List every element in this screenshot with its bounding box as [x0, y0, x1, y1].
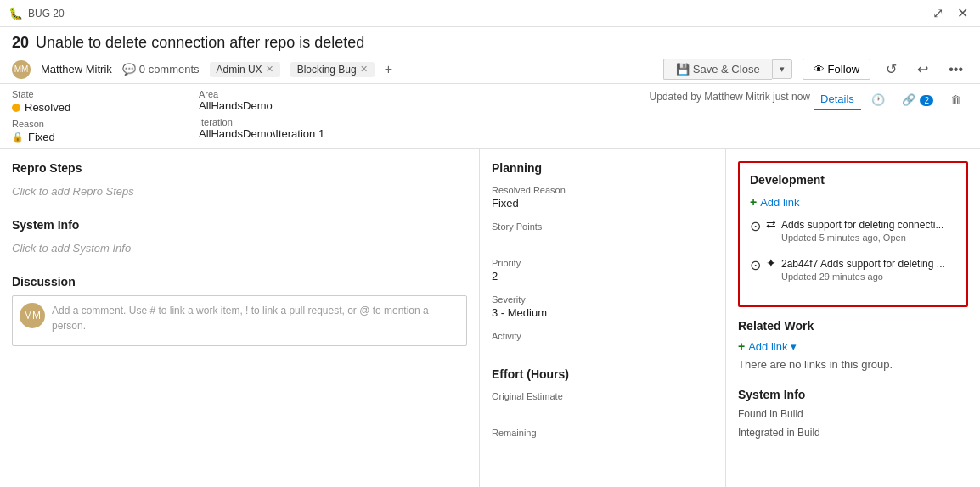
plus-icon: + — [750, 195, 757, 209]
development-title: Development — [750, 173, 956, 187]
dev-item-1-title[interactable]: 2ab44f7 Adds support for deleting ... — [781, 256, 945, 271]
resolved-reason-label: Resolved Reason — [492, 185, 713, 195]
header-bug-number: 20 — [12, 34, 29, 52]
severity-label: Severity — [492, 294, 713, 305]
discussion-title: Discussion — [12, 275, 467, 288]
priority-field: Priority 2 — [492, 258, 713, 283]
reason-value-row[interactable]: 🔒 Fixed — [12, 131, 165, 143]
lock-icon: 🔒 — [12, 132, 24, 143]
story-points-value[interactable] — [492, 233, 713, 246]
discussion-section: Discussion MM Add a comment. Use # to li… — [12, 275, 467, 346]
discussion-input-area[interactable]: MM Add a comment. Use # to link a work i… — [12, 295, 467, 346]
tab-details[interactable]: Details — [814, 89, 861, 110]
original-estimate-label: Original Estimate — [492, 391, 713, 401]
resolved-reason-value[interactable]: Fixed — [492, 197, 713, 210]
tab-links[interactable]: 🔗 2 — [895, 90, 940, 109]
activity-field: Activity — [492, 331, 713, 355]
right-system-info-section: System Info Found in Build Integrated in… — [738, 388, 968, 439]
tab-history[interactable]: 🕐 — [865, 90, 892, 109]
expand-button[interactable]: ⤢ — [929, 3, 947, 23]
save-close-label: Save & Close — [693, 63, 760, 76]
dropdown-chevron: ▾ — [791, 340, 797, 353]
dev-item-commit-icon: ✦ — [766, 256, 776, 270]
development-section: Development + Add link ⊙ ⇄ Adds support … — [738, 161, 968, 307]
activity-label: Activity — [492, 331, 713, 341]
comment-icon: 💬 — [122, 63, 136, 76]
dev-add-link-button[interactable]: + Add link — [750, 195, 799, 209]
mid-panel: Planning Resolved Reason Fixed Story Poi… — [480, 149, 726, 487]
integrated-in-build-field: Integrated in Build — [738, 427, 968, 439]
system-info-placeholder[interactable]: Click to add System Info — [12, 238, 467, 258]
tab-delete[interactable]: 🗑 — [943, 90, 968, 109]
dev-item-0-subtitle: Updated 5 minutes ago, Open — [781, 232, 943, 243]
header-title-text: Unable to delete connection after repo i… — [36, 34, 364, 52]
bug-icon: 🐛 — [8, 7, 23, 20]
state-label: State — [12, 89, 165, 99]
priority-value[interactable]: 2 — [492, 270, 713, 283]
effort-title: Effort (Hours) — [492, 367, 713, 381]
repro-steps-placeholder[interactable]: Click to add Repro Steps — [12, 182, 467, 201]
remaining-value[interactable] — [492, 439, 713, 452]
activity-value[interactable] — [492, 343, 713, 355]
area-value[interactable]: AllHandsDemo — [199, 99, 324, 112]
title-bar-label: BUG 20 — [28, 8, 65, 20]
dev-item-1-subtitle: Updated 29 minutes ago — [781, 271, 945, 282]
save-close-button[interactable]: 💾 Save & Close — [663, 59, 771, 80]
priority-label: Priority — [492, 258, 713, 268]
dev-item-1: ⊙ ✦ 2ab44f7 Adds support for deleting ..… — [750, 256, 956, 287]
original-estimate-value[interactable] — [492, 403, 713, 416]
updated-text: Updated by Matthew Mitrik just now — [650, 91, 810, 103]
area-label: Area — [199, 89, 324, 99]
follow-icon: 👁 — [814, 63, 825, 76]
planning-title: Planning — [492, 161, 713, 175]
iteration-label: Iteration — [199, 117, 324, 127]
resolved-reason-field: Resolved Reason Fixed — [492, 185, 713, 210]
save-close-group: 💾 Save & Close ▾ — [663, 59, 791, 80]
related-add-link-button[interactable]: + Add link ▾ — [738, 339, 797, 353]
title-bar-left: 🐛 BUG 20 — [8, 7, 65, 20]
state-value: Resolved — [25, 101, 70, 114]
remove-admin-ux[interactable]: ✕ — [266, 64, 273, 75]
refresh-button[interactable]: ↺ — [881, 59, 902, 79]
comments-button[interactable]: 💬 0 comments — [122, 63, 200, 76]
state-bar: State Resolved Reason 🔒 Fixed Area AllHa… — [0, 84, 980, 149]
found-in-build-label: Found in Build — [738, 408, 968, 420]
left-panel: Repro Steps Click to add Repro Steps Sys… — [0, 149, 480, 487]
remove-blocking-bug[interactable]: ✕ — [360, 64, 368, 75]
dev-add-link-label: Add link — [760, 196, 799, 209]
iteration-value[interactable]: AllHandsDemo\Iteration 1 — [199, 127, 324, 140]
repro-steps-title: Repro Steps — [12, 161, 467, 175]
story-points-field: Story Points — [492, 221, 713, 246]
severity-field: Severity 3 - Medium — [492, 294, 713, 319]
state-value-row[interactable]: Resolved — [12, 101, 165, 114]
system-info-title: System Info — [12, 218, 467, 232]
tag-blocking-bug: Blocking Bug ✕ — [290, 62, 375, 77]
original-estimate-field: Original Estimate — [492, 391, 713, 416]
system-info-section: System Info Click to add System Info — [12, 218, 467, 258]
related-add-link-label: Add link — [748, 340, 787, 353]
follow-label: Follow — [828, 63, 860, 76]
header-meta: MM Matthew Mitrik 💬 0 comments Admin UX … — [12, 59, 968, 80]
tag-admin-ux: Admin UX ✕ — [210, 62, 280, 77]
main-content: Repro Steps Click to add Repro Steps Sys… — [0, 149, 980, 487]
follow-button[interactable]: 👁 Follow — [803, 59, 871, 80]
more-button[interactable]: ••• — [943, 60, 968, 79]
close-button[interactable]: ✕ — [954, 3, 972, 23]
severity-value[interactable]: 3 - Medium — [492, 306, 713, 319]
reason-label: Reason — [12, 119, 165, 129]
repro-steps-section: Repro Steps Click to add Repro Steps — [12, 161, 467, 201]
related-work-section: Related Work + Add link ▾ There are no l… — [738, 319, 968, 371]
related-plus-icon: + — [738, 339, 745, 353]
undo-button[interactable]: ↩ — [912, 59, 933, 79]
github-pr-icon: ⊙ — [750, 218, 761, 234]
related-work-title: Related Work — [738, 319, 968, 333]
add-tag-button[interactable]: + — [385, 62, 392, 77]
author-avatar: MM — [12, 60, 31, 79]
remaining-label: Remaining — [492, 428, 713, 438]
integrated-in-build-label: Integrated in Build — [738, 427, 968, 439]
area-field-group: Area AllHandsDemo Iteration AllHandsDemo… — [199, 89, 324, 140]
right-panel: Development + Add link ⊙ ⇄ Adds support … — [726, 149, 980, 487]
dev-item-0-title[interactable]: Adds support for deleting connecti... — [781, 217, 943, 232]
right-system-info-title: System Info — [738, 388, 968, 401]
save-close-dropdown[interactable]: ▾ — [772, 59, 792, 79]
